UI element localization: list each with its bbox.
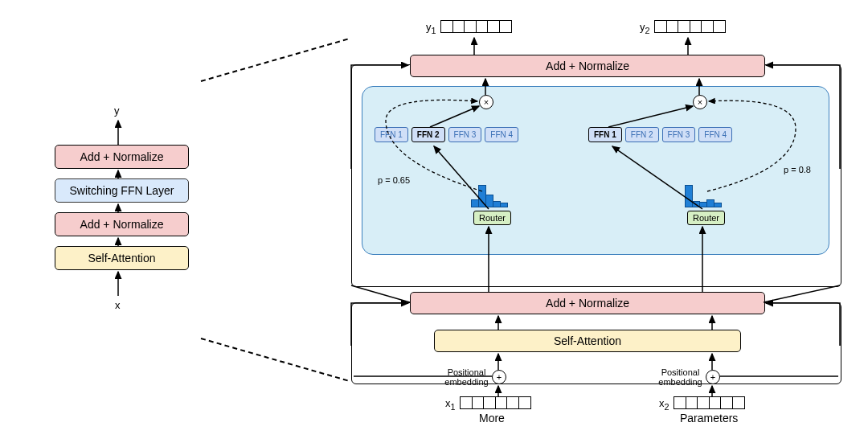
router-hist-left [471,185,506,207]
x2-token-row [674,396,745,409]
left-switching-ffn: Switching FFN Layer [55,178,189,203]
router-right: Router [687,211,725,225]
ffn-group-left: FFN 1 FFN 2 FFN 3 FFN 4 [375,127,518,142]
y1-token-row [440,20,512,33]
switching-ffn-panel [362,86,829,255]
right-self-attention: Self-Attention [434,330,741,352]
ffn-right-2: FFN 2 [625,127,659,142]
p-right-label: p = 0.8 [784,165,811,174]
ffn-right-4: FFN 4 [698,127,732,142]
multiply-right: × [693,95,707,109]
x1-label: x1 [445,397,456,412]
x2-label: x2 [659,397,669,412]
ffn-right-1-selected: FFN 1 [588,127,622,142]
ffn-left-1: FFN 1 [375,127,408,142]
ffn-left-3: FFN 3 [448,127,482,142]
left-add-norm-bottom: Add + Normalize [55,212,189,236]
right-add-norm-top: Add + Normalize [410,55,765,77]
dashed-expand-top [201,39,348,82]
left-add-norm-top: Add + Normalize [55,145,189,169]
word-parameters: Parameters [680,412,738,425]
ffn-group-right: FFN 1 FFN 2 FFN 3 FFN 4 [588,127,732,142]
x1-token-row [460,396,531,409]
ffn-right-3: FFN 3 [662,127,696,142]
router-left: Router [473,211,511,225]
y2-token-row [654,20,726,33]
ffn-left-4: FFN 4 [485,127,518,142]
plus-right: + [706,370,720,384]
svg-line-16 [764,285,840,302]
plus-left: + [492,370,506,384]
dashed-expand-bottom [201,338,348,381]
right-add-norm-bottom: Add + Normalize [410,292,765,314]
left-self-attention: Self-Attention [55,246,189,270]
svg-line-15 [351,285,410,302]
p-left-label: p = 0.65 [378,175,410,185]
word-more: More [479,412,505,425]
y-label: y [114,105,120,117]
y2-label: y2 [640,21,650,35]
ffn-left-2-selected: FFN 2 [411,127,445,142]
multiply-left: × [479,95,493,109]
pos-emb-right-label: Positional embedding [658,367,702,387]
x-label: x [115,299,121,311]
y1-label: y1 [426,21,436,35]
router-hist-right [685,185,720,207]
pos-emb-left-label: Positional embedding [444,367,489,387]
